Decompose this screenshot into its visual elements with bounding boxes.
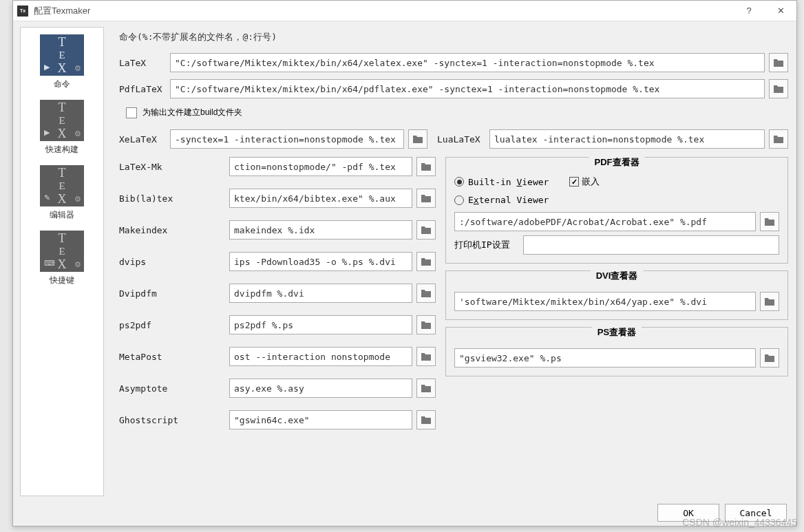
right-column: PDF查看器 Built-in Viewer 嵌入 External Viewe… [445, 157, 788, 442]
latex-input[interactable] [170, 53, 765, 72]
cmd-input-7[interactable] [229, 379, 412, 398]
keyboard-icon: ⌨ [44, 259, 55, 268]
embed-label: 嵌入 [582, 175, 600, 188]
dvi-viewer-path-input[interactable] [454, 292, 756, 311]
printer-ip-input[interactable] [523, 235, 779, 255]
xelatex-browse-button[interactable] [408, 129, 427, 149]
cmd-browse-1[interactable] [416, 189, 436, 208]
cmd-browse-2[interactable] [416, 220, 436, 240]
sidebar-label: 快速构建 [34, 144, 89, 156]
pdf-viewer-title: PDF查看器 [589, 156, 645, 169]
build-folder-label: 为输出文件建立build文件夹 [142, 107, 242, 118]
config-dialog: Tx 配置Texmaker ? ✕ TEX▶⚙ 命令 TEX▶⚙ 快速构建 TE… [12, 0, 797, 526]
cmd-label-3: dvips [119, 257, 229, 267]
gear-icon: ⚙ [74, 64, 81, 73]
sidebar-item-editor[interactable]: TEX✎⚙ 编辑器 [34, 165, 89, 221]
play-icon: ▶ [44, 63, 50, 72]
xelatex-input[interactable] [170, 129, 404, 149]
sidebar-label: 命令 [34, 78, 89, 90]
watermark: CSDN @weixin_44336445 [682, 517, 797, 528]
cmd-label-7: Asymptote [119, 383, 229, 394]
ps-viewer-path-input[interactable] [454, 348, 756, 368]
dvi-viewer-title: DVI查看器 [591, 270, 644, 282]
dvi-viewer-group: DVI查看器 [445, 270, 788, 320]
cmd-label-8: Ghostscript [119, 415, 229, 425]
cmd-browse-6[interactable] [416, 347, 436, 366]
cmd-label-1: Bib(la)tex [119, 193, 229, 204]
cmd-browse-7[interactable] [416, 379, 436, 398]
gear-icon: ⚙ [74, 129, 81, 138]
window-title: 配置Texmaker [34, 5, 733, 17]
cmd-input-3[interactable] [229, 252, 412, 271]
titlebar: Tx 配置Texmaker ? ✕ [13, 1, 796, 21]
builtin-viewer-label: Built-in Viewer [468, 177, 549, 187]
lualatex-browse-button[interactable] [769, 129, 788, 149]
printer-ip-label: 打印机IP设置 [454, 239, 523, 251]
dialog-footer: OK Cancel [13, 499, 796, 526]
lualatex-label: LuaLaTeX [437, 134, 489, 145]
tex-icon: TEX▶⚙ [40, 34, 84, 76]
dvi-viewer-browse-button[interactable] [760, 292, 779, 311]
sidebar-item-shortcuts[interactable]: TEX⌨⚙ 快捷键 [34, 231, 89, 286]
latex-label: LaTeX [119, 58, 170, 68]
latex-browse-button[interactable] [769, 53, 788, 72]
xelatex-label: XeLaTeX [119, 134, 170, 145]
embed-checkbox[interactable] [569, 177, 579, 187]
sidebar-item-commands[interactable]: TEX▶⚙ 命令 [34, 34, 89, 90]
builtin-viewer-radio[interactable] [454, 177, 464, 187]
cmd-browse-5[interactable] [416, 315, 436, 334]
close-button[interactable]: ✕ [765, 1, 796, 21]
gear-icon: ⚙ [74, 260, 81, 269]
tex-icon: TEX✎⚙ [40, 165, 84, 206]
help-button[interactable]: ? [733, 1, 765, 21]
ps-viewer-title: PS查看器 [592, 326, 642, 339]
main-panel: 命令(%:不带扩展名的文件名，@:行号) LaTeX PdfLaTeX 为输出文… [107, 21, 796, 499]
cmd-label-4: Dvipdfm [119, 288, 229, 299]
sidebar-item-quickbuild[interactable]: TEX▶⚙ 快速构建 [34, 100, 89, 156]
hint-text: 命令(%:不带扩展名的文件名，@:行号) [119, 31, 788, 43]
left-column: LaTeX-Mk Bib(la)tex Makeindex dvips Dvip… [119, 157, 436, 442]
ps-viewer-group: PS查看器 [445, 327, 788, 376]
cmd-input-8[interactable] [229, 410, 412, 429]
cmd-label-6: MetaPost [119, 352, 229, 362]
cmd-input-1[interactable] [229, 189, 412, 208]
tex-icon: TEX▶⚙ [40, 100, 84, 141]
cmd-label-2: Makeindex [119, 225, 229, 235]
gear-icon: ⚙ [74, 195, 81, 204]
pdf-viewer-path-input[interactable] [454, 212, 756, 231]
sidebar: TEX▶⚙ 命令 TEX▶⚙ 快速构建 TEX✎⚙ 编辑器 TEX⌨⚙ 快捷键 [20, 27, 104, 496]
cmd-input-2[interactable] [229, 220, 412, 240]
cmd-input-6[interactable] [229, 347, 412, 366]
pdflatex-input[interactable] [170, 79, 765, 98]
pdflatex-browse-button[interactable] [769, 79, 788, 98]
cmd-label-0: LaTeX-Mk [119, 162, 229, 172]
cmd-label-5: ps2pdf [119, 320, 229, 330]
external-viewer-label: External Viewer [468, 195, 549, 205]
cmd-input-5[interactable] [229, 315, 412, 334]
pdf-viewer-group: PDF查看器 Built-in Viewer 嵌入 External Viewe… [445, 157, 788, 264]
pdflatex-label: PdfLaTeX [119, 84, 170, 94]
tex-icon: TEX⌨⚙ [40, 231, 84, 272]
cmd-browse-8[interactable] [416, 410, 436, 429]
build-folder-checkbox[interactable] [126, 107, 137, 118]
app-icon: Tx [17, 6, 28, 17]
pdf-viewer-browse-button[interactable] [760, 212, 779, 231]
cmd-browse-4[interactable] [416, 284, 436, 303]
cmd-browse-0[interactable] [416, 157, 436, 176]
fast-icon: ▶ [44, 128, 50, 137]
sidebar-label: 快捷键 [34, 275, 89, 286]
cmd-input-0[interactable] [229, 157, 412, 176]
external-viewer-radio[interactable] [454, 195, 464, 205]
pencil-icon: ✎ [44, 193, 50, 202]
cmd-input-4[interactable] [229, 284, 412, 303]
cmd-browse-3[interactable] [416, 252, 436, 271]
ps-viewer-browse-button[interactable] [760, 348, 779, 368]
lualatex-input[interactable] [489, 129, 765, 149]
sidebar-label: 编辑器 [34, 209, 89, 221]
